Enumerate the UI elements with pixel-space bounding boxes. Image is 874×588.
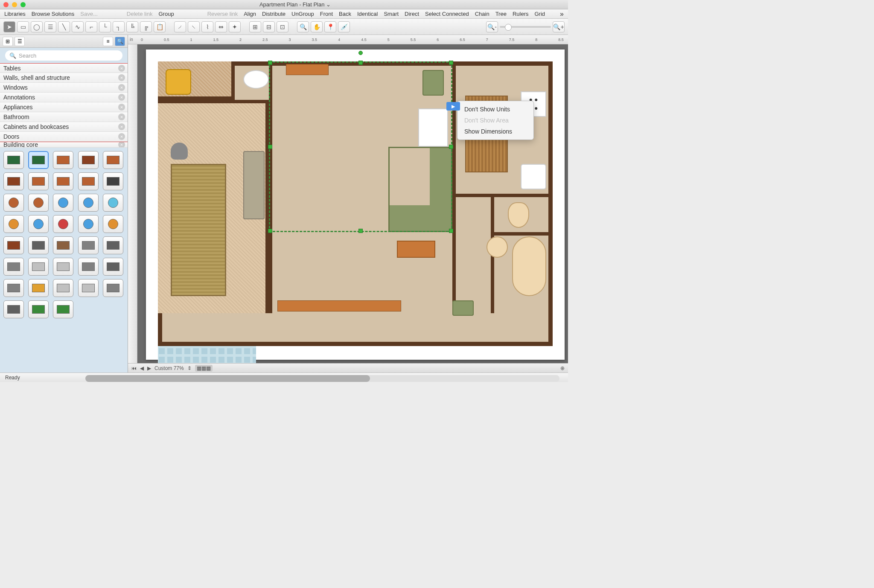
furniture-cabinet-top[interactable] [286, 64, 329, 75]
palette-shape[interactable] [3, 151, 24, 169]
furniture-office-chair[interactable] [171, 143, 188, 160]
drawing-canvas[interactable]: ▶ Don't Show Units Don't Show Area Show … [137, 44, 568, 363]
tool-pointer[interactable]: ➤ [3, 21, 15, 32]
palette-shape[interactable] [28, 258, 49, 276]
palette-shape[interactable] [3, 172, 24, 190]
minimize-button[interactable] [12, 2, 17, 7]
tool-spline-2[interactable]: ⟍ [188, 21, 200, 32]
palette-shape[interactable] [53, 258, 73, 276]
palette-shape[interactable] [53, 172, 73, 190]
tool-arrange[interactable]: ⊡ [277, 21, 288, 32]
close-icon[interactable]: × [118, 65, 125, 72]
tool-pan[interactable]: ✋ [311, 21, 323, 32]
close-icon[interactable]: × [118, 133, 125, 140]
menu-ungroup[interactable]: UnGroup [291, 11, 314, 17]
tool-curve[interactable]: ∿ [72, 21, 84, 32]
palette-shape[interactable] [28, 215, 49, 233]
smart-tag-icon[interactable]: ▶ [446, 102, 460, 111]
category-bathroom[interactable]: Bathroom× [0, 112, 128, 122]
page-nav-next[interactable]: ▶ [147, 365, 151, 371]
palette-shape[interactable] [28, 151, 49, 169]
tool-connector-2[interactable]: └ [99, 21, 111, 32]
palette-shape[interactable] [53, 151, 73, 169]
tool-connector-4[interactable]: ╚ [126, 21, 138, 32]
palette-shape[interactable] [103, 279, 123, 297]
menu-tree[interactable]: Tree [495, 11, 507, 17]
tool-group[interactable]: ⊞ [249, 21, 261, 32]
tool-distribute-h[interactable]: ⇔ [215, 21, 227, 32]
palette-shape[interactable] [3, 258, 24, 276]
palette-shape[interactable] [103, 194, 123, 212]
view-panels-icon[interactable]: ⊞ [3, 37, 13, 46]
wall-horizontal-1[interactable] [452, 194, 551, 197]
close-icon[interactable]: × [118, 84, 125, 91]
furniture-armchair-green[interactable] [422, 70, 444, 96]
zoom-out-button[interactable]: 🔍- [486, 21, 498, 32]
palette-shape[interactable] [53, 236, 73, 254]
palette-shape[interactable] [28, 236, 49, 254]
menu-front[interactable]: Front [320, 11, 333, 17]
palette-shape[interactable] [28, 172, 49, 190]
wall-vertical-1[interactable] [269, 61, 272, 313]
close-icon[interactable]: × [118, 142, 125, 148]
tool-distribute-v[interactable]: ✦ [229, 21, 241, 32]
wall-horizontal-3[interactable] [158, 100, 269, 103]
palette-shape[interactable] [103, 236, 123, 254]
tool-line[interactable]: ╲ [58, 21, 70, 32]
tool-connector-1[interactable]: ⌐ [85, 21, 97, 32]
maximize-button[interactable] [20, 2, 26, 7]
furniture-fridge[interactable] [418, 108, 448, 147]
tool-spline-3[interactable]: ⌇ [201, 21, 213, 32]
zoom-in-button[interactable]: 🔍+ [553, 21, 565, 32]
menu-smart[interactable]: Smart [384, 11, 399, 17]
furniture-sofa-l-shape[interactable] [388, 147, 452, 232]
palette-shape[interactable] [78, 236, 99, 254]
horizontal-scrollbar[interactable] [85, 375, 559, 382]
tool-pin[interactable]: 📍 [324, 21, 336, 32]
tool-text[interactable]: ☰ [44, 21, 56, 32]
palette-shape[interactable] [3, 300, 24, 318]
page-nav-first[interactable]: ⏮ [131, 365, 137, 371]
menu-delete-link[interactable]: Delete link [127, 11, 153, 17]
palette-shape[interactable] [53, 215, 73, 233]
menu-distribute[interactable]: Distribute [262, 11, 286, 17]
zoom-level[interactable]: Custom 77% [154, 365, 184, 371]
zoom-stepper-icon[interactable]: ⇕ [187, 365, 192, 371]
menu-reverse-link[interactable]: Reverse link [207, 11, 238, 17]
palette-shape[interactable] [78, 258, 99, 276]
category-cabinets[interactable]: Cabinets and bookcases× [0, 122, 128, 132]
menu-overflow[interactable]: » [560, 10, 564, 18]
palette-shape[interactable] [3, 215, 24, 233]
menu-browse-solutions[interactable]: Browse Solutions [32, 11, 74, 17]
menu-select-connected[interactable]: Select Connected [425, 11, 469, 17]
palette-shape[interactable] [78, 194, 99, 212]
ctx-show-dimensions[interactable]: Show Dimensions [457, 126, 533, 137]
ctx-dont-show-units[interactable]: Don't Show Units [457, 104, 533, 115]
furniture-ottoman[interactable] [452, 300, 474, 316]
page-nav-prev[interactable]: ◀ [140, 365, 144, 371]
palette-shape[interactable] [78, 172, 99, 190]
furniture-rug[interactable] [171, 164, 226, 296]
palette-shape[interactable] [28, 300, 49, 318]
menu-grid[interactable]: Grid [534, 11, 545, 17]
palette-shape[interactable] [3, 279, 24, 297]
palette-shape[interactable] [53, 279, 73, 297]
category-doors[interactable]: Doors× [0, 132, 128, 142]
palette-shape[interactable] [3, 194, 24, 212]
palette-shape[interactable] [103, 151, 123, 169]
close-button[interactable] [3, 2, 9, 7]
furniture-toilet[interactable] [508, 202, 529, 228]
tool-eyedropper[interactable]: 💉 [338, 21, 350, 32]
palette-shape[interactable] [53, 194, 73, 212]
palette-shape[interactable] [3, 236, 24, 254]
furniture-cabinet-bottom[interactable] [277, 300, 401, 311]
view-tree-icon[interactable]: ☰ [15, 37, 25, 46]
menu-rulers[interactable]: Rulers [513, 11, 529, 17]
palette-shape[interactable] [78, 151, 99, 169]
wall-horizontal-2[interactable] [491, 232, 551, 236]
category-building-core[interactable]: Building core× [0, 142, 128, 148]
menu-identical[interactable]: Identical [357, 11, 378, 17]
menu-save[interactable]: Save... [80, 11, 97, 17]
tool-zoom[interactable]: 🔍 [297, 21, 309, 32]
furniture-armchair-yellow[interactable] [166, 69, 191, 95]
